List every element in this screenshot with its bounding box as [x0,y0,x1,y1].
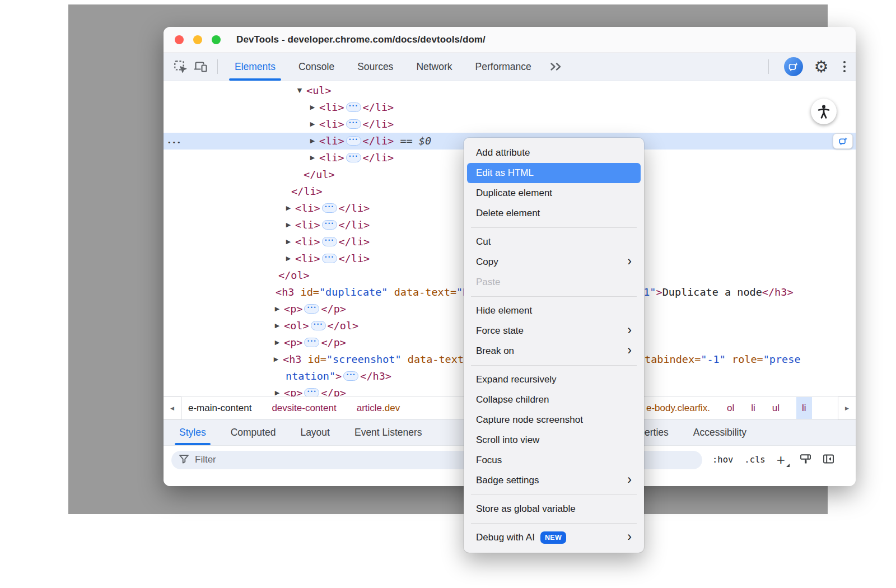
tree-row[interactable]: <li></li> [164,99,856,116]
expand-arrow-icon[interactable] [272,334,282,351]
menu-item-edit-as-html[interactable]: Edit as HTML [467,163,641,183]
paint-brush-icon[interactable] [800,454,811,466]
breadcrumb-item[interactable]: e-body.clearfix. [646,397,710,419]
expand-arrow-icon[interactable] [307,99,318,116]
page-backdrop: DevTools - developer.chrome.com/docs/dev… [68,4,828,514]
inline-expand-button[interactable] [346,136,361,146]
tab-event-listeners[interactable]: Event Listeners [354,419,422,445]
menu-item-debug-with-ai[interactable]: Debug with AINEW [464,528,644,548]
menu-item-hide-element[interactable]: Hide element [464,301,644,321]
submenu-chevron-icon [627,531,632,544]
expand-arrow-icon[interactable] [271,351,281,368]
tab-network[interactable]: Network [416,53,452,81]
expand-arrow-icon[interactable] [283,200,293,217]
toggle-sidebar-icon[interactable] [823,454,834,466]
inline-expand-button[interactable] [343,371,358,381]
inline-expand-button[interactable] [304,304,319,314]
menu-item-badge-settings[interactable]: Badge settings [464,470,644,491]
menu-item-capture-node-screenshot[interactable]: Capture node screenshot [464,410,644,430]
toggle-element-state-button[interactable]: :hov [712,455,733,465]
menu-item-store-as-global-variable[interactable]: Store as global variable [464,499,644,519]
code-token: <li> [319,101,344,113]
tab-console[interactable]: Console [298,53,334,81]
inline-expand-button[interactable] [322,203,337,213]
menu-item-collapse-children[interactable]: Collapse children [464,390,644,410]
tab-layout[interactable]: Layout [300,419,330,445]
tab-sources[interactable]: Sources [357,53,393,81]
menu-item-label: Focus [476,455,502,466]
menu-item-cut[interactable]: Cut [464,232,644,252]
breadcrumb-item[interactable]: e-main-content [188,397,251,419]
expand-arrow-icon[interactable] [307,116,318,133]
inline-expand-button[interactable] [304,338,319,347]
more-options-icon[interactable] [840,61,849,72]
row-options-icon[interactable] [167,133,181,151]
menu-item-scroll-into-view[interactable]: Scroll into view [464,430,644,450]
tree-row[interactable]: <li></li> [164,116,856,133]
menu-item-label: Collapse children [476,394,549,405]
code-token: </p> [321,337,346,348]
code-token: </ol> [328,320,359,332]
inline-expand-button[interactable] [346,102,361,112]
inline-expand-button[interactable] [322,254,337,263]
expand-arrow-icon[interactable] [272,301,282,318]
new-badge: NEW [540,531,566,544]
menu-item-copy[interactable]: Copy [464,252,644,272]
menu-item-delete-element[interactable]: Delete element [464,203,644,223]
more-tabs-icon[interactable] [546,57,566,77]
menu-item-label: Copy [476,256,498,268]
inline-expand-button[interactable] [322,220,337,230]
inline-expand-button[interactable] [311,321,326,330]
expand-arrow-icon[interactable] [283,217,293,234]
code-token: </li> [291,185,323,197]
expand-arrow-icon[interactable] [307,133,318,150]
device-toolbar-icon[interactable] [190,57,211,77]
expand-arrow-icon[interactable] [307,150,318,166]
breadcrumb-item[interactable]: devsite-content [272,397,336,419]
breadcrumb-item[interactable]: article.dev [357,397,400,419]
tab-computed[interactable]: Computed [231,419,276,445]
menu-item-force-state[interactable]: Force state [464,321,644,341]
breadcrumb-scroll-right-button[interactable] [838,396,856,420]
collapse-arrow-icon[interactable] [295,82,305,99]
breadcrumb-item[interactable]: ul [772,397,780,419]
breadcrumb-item[interactable]: li [751,397,755,419]
tab-performance[interactable]: Performance [475,53,531,81]
menu-item-break-on[interactable]: Break on [464,341,644,361]
tab-elements[interactable]: Elements [235,53,276,81]
expand-arrow-icon[interactable] [272,318,282,334]
breadcrumb-item[interactable]: ol [727,397,734,419]
minimize-window-button[interactable] [193,35,202,44]
menu-item-duplicate-element[interactable]: Duplicate element [464,183,644,203]
breadcrumb-item[interactable]: li [796,397,812,419]
toggle-element-classes-button[interactable]: .cls [744,455,765,465]
tab-accessibility[interactable]: Accessibility [693,419,746,445]
inline-expand-button[interactable] [304,388,319,396]
inline-expand-button[interactable] [346,119,361,129]
menu-item-focus[interactable]: Focus [464,450,644,470]
expand-arrow-icon[interactable] [272,385,282,396]
close-window-button[interactable] [175,35,184,44]
menu-item-add-attribute[interactable]: Add attribute [464,143,644,163]
code-token: </ol> [278,269,310,281]
new-style-rule-button[interactable]: + [777,452,788,467]
menu-item-expand-recursively[interactable]: Expand recursively [464,370,644,390]
settings-icon[interactable]: ⚙ [811,57,832,77]
accessibility-overlay-button[interactable] [811,99,837,124]
menu-item-label: Expand recursively [476,374,557,385]
ai-assistant-row-button[interactable] [833,133,853,149]
code-token: </li> [363,101,394,113]
zoom-window-button[interactable] [212,35,221,44]
code-token: id= [301,353,326,365]
code-token: $0 [419,135,431,147]
ai-assistant-button[interactable] [784,57,803,76]
breadcrumb-scroll-left-button[interactable] [164,396,181,420]
breadcrumb-left-group: e-main-contentdevsite-contentarticle.dev [188,397,400,419]
tree-row[interactable]: <ul> [164,82,856,99]
expand-arrow-icon[interactable] [283,234,293,250]
inline-expand-button[interactable] [346,153,361,162]
expand-arrow-icon[interactable] [283,250,293,267]
inspect-element-icon[interactable] [170,57,190,77]
inline-expand-button[interactable] [322,237,337,246]
tab-styles[interactable]: Styles [179,419,206,445]
